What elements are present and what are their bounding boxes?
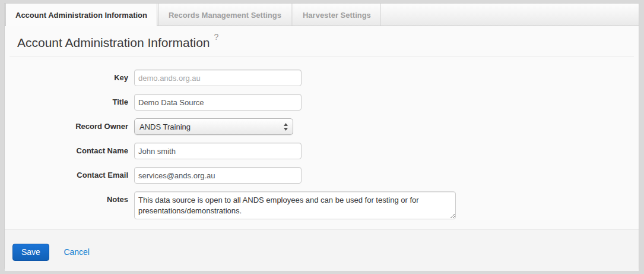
- tab-account-administration-information[interactable]: Account Administration Information: [5, 4, 157, 26]
- notes-field[interactable]: This data source is open to all ANDS emp…: [134, 191, 456, 219]
- form-content: Account Administration Information ? Key…: [5, 26, 639, 229]
- contact-email-field[interactable]: [134, 167, 302, 184]
- page-title: Account Administration Information: [17, 34, 210, 51]
- key-label: Key: [17, 70, 134, 86]
- record-owner-selected-value: ANDS Training: [139, 122, 191, 131]
- notes-label: Notes: [17, 191, 134, 222]
- tab-harvester-settings[interactable]: Harvester Settings: [293, 4, 381, 26]
- settings-panel: Account Administration Information Recor…: [4, 3, 639, 269]
- title-divider: [9, 56, 634, 56]
- save-button[interactable]: Save: [12, 244, 49, 261]
- form-actions-bar: Save Cancel: [5, 229, 639, 271]
- field-row-title: Title: [17, 94, 627, 111]
- page-title-row: Account Administration Information ?: [17, 34, 627, 51]
- contact-email-label: Contact Email: [17, 167, 134, 184]
- field-row-record-owner: Record Owner ANDS Training: [17, 118, 627, 135]
- field-row-contact-email: Contact Email: [17, 167, 627, 184]
- field-row-key: Key: [17, 70, 627, 86]
- tab-records-management-settings[interactable]: Records Management Settings: [158, 4, 291, 26]
- record-owner-select[interactable]: ANDS Training: [134, 118, 293, 135]
- title-label: Title: [17, 94, 134, 111]
- cancel-link[interactable]: Cancel: [64, 247, 90, 257]
- select-stepper-icon: [283, 122, 288, 131]
- key-field: [134, 70, 302, 86]
- field-row-contact-name: Contact Name: [17, 143, 627, 159]
- contact-name-field[interactable]: [134, 143, 302, 159]
- help-icon[interactable]: ?: [214, 32, 219, 42]
- tab-bar: Account Administration Information Recor…: [5, 4, 639, 26]
- record-owner-label: Record Owner: [17, 118, 134, 135]
- field-row-notes: Notes This data source is open to all AN…: [17, 191, 627, 222]
- title-field[interactable]: [134, 94, 302, 111]
- contact-name-label: Contact Name: [17, 143, 134, 159]
